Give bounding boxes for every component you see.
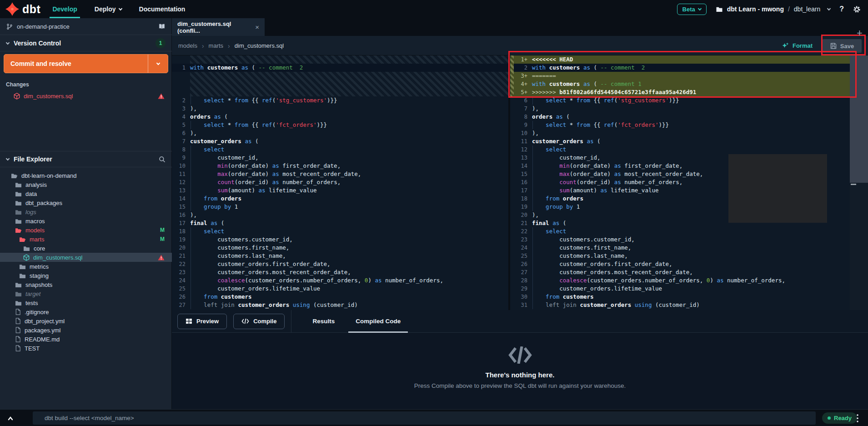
version-control-header[interactable]: Version Control 1 [0, 35, 172, 51]
tree-item-dim-customers-sql[interactable]: dim_customers.sql [0, 253, 172, 262]
tree-item-macros[interactable]: macros [0, 216, 172, 226]
code-line[interactable]: 26 customer_orders.first_order_date, [510, 260, 868, 268]
compile-button[interactable]: Compile [233, 314, 285, 329]
code-line[interactable]: 21 customers.last_name, [172, 252, 508, 260]
code-line[interactable]: 3+======= [510, 72, 868, 80]
code-line[interactable]: 31 left join customer_orders using (cust… [510, 301, 868, 309]
code-line[interactable]: 3), [172, 105, 508, 113]
scrollbar-thumb[interactable] [850, 55, 868, 183]
new-tab-button[interactable]: + [857, 28, 863, 38]
tree-item-packages-yml[interactable]: packages.yml [0, 326, 172, 335]
tree-item-dbt-project-yml[interactable]: dbt_project.yml [0, 316, 172, 326]
code-line[interactable]: 22 customer_orders.first_order_date, [172, 260, 508, 268]
tree-item--gitignore[interactable]: .gitignore [0, 307, 172, 316]
tree-item-dbt-learn-on-demand[interactable]: dbt-learn-on-demand [0, 171, 172, 180]
expand-command-panel-button[interactable] [0, 410, 21, 426]
tree-item-core[interactable]: core [0, 244, 172, 253]
code-line[interactable]: 1with customers as ( -- comment 2 [172, 64, 508, 72]
changed-file-item[interactable]: dim_customers.sql [0, 90, 172, 101]
tab-compiled-code[interactable]: Compiled Code [356, 310, 401, 333]
code-line[interactable]: 7customer_orders as ( [172, 137, 508, 145]
search-icon[interactable] [159, 156, 166, 163]
code-line[interactable]: 19 customers.customer_id, [172, 236, 508, 244]
code-line[interactable]: 22 select [510, 227, 868, 236]
help-button[interactable]: ? [839, 5, 844, 13]
code-line[interactable]: 24 coalesce(customer_orders.number_of_or… [172, 276, 508, 285]
code-line[interactable]: 18 select [172, 227, 508, 236]
gear-icon[interactable] [853, 5, 861, 13]
code-line[interactable]: 23 customer_orders.most_recent_order_dat… [172, 268, 508, 276]
commit-and-resolve-button[interactable]: Commit and resolve [4, 54, 168, 73]
tree-item-analysis[interactable]: analysis [0, 180, 172, 189]
scrollbar[interactable] [850, 55, 868, 310]
code-line[interactable]: 16), [172, 211, 508, 219]
code-line[interactable]: 6 select * from {{ ref('stg_customers')}… [510, 96, 868, 105]
save-button[interactable]: Save [823, 39, 862, 53]
code-line[interactable]: 11customer_orders as ( [510, 137, 868, 145]
tree-item-tests[interactable]: tests [0, 298, 172, 307]
branch-selector[interactable]: on-demand-practice [0, 18, 172, 35]
code-line[interactable]: 4+with customers as ( -- comment 1 [510, 80, 868, 88]
tree-item-staging[interactable]: staging [0, 271, 172, 280]
code-line[interactable]: 10 min(order_date) as first_order_date, [172, 162, 508, 170]
code-line[interactable]: 15 group by 1 [172, 203, 508, 211]
code-line[interactable]: 11 max(order_date) as most_recent_order_… [172, 170, 508, 178]
breadcrumb-models[interactable]: models [178, 42, 197, 49]
code-line[interactable]: 24 customers.first_name, [510, 244, 868, 252]
beta-button[interactable]: Beta [677, 4, 707, 15]
tree-item-dbt-packages[interactable]: dbt_packages [0, 198, 172, 207]
tree-item-target[interactable]: target [0, 289, 172, 298]
code-line[interactable]: 5+>>>>>>> b81f802a66fd544504c65721e3ffaa… [510, 88, 868, 96]
breadcrumb-marts[interactable]: marts [209, 42, 224, 49]
code-line[interactable]: 6), [172, 129, 508, 137]
editor-pane-left[interactable]: 1with customers as ( -- comment 22 selec… [172, 55, 508, 310]
tree-item-models[interactable]: modelsM [0, 226, 172, 235]
code-line[interactable]: 8 select [172, 145, 508, 154]
code-line[interactable]: 13 sum(amount) as lifetime_value [172, 186, 508, 195]
code-line[interactable]: 10), [510, 129, 868, 137]
tree-item-marts[interactable]: martsM [0, 235, 172, 244]
tree-item-data[interactable]: data [0, 189, 172, 198]
nav-documentation[interactable]: Documentation [139, 0, 186, 18]
code-line[interactable]: 28 coalesce(customer_orders.number_of_or… [510, 276, 868, 285]
code-line[interactable]: 27 customer_orders.most_recent_order_dat… [510, 268, 868, 276]
code-line[interactable]: 25 customers.last_name, [510, 252, 868, 260]
kebab-menu-icon[interactable] [856, 414, 859, 423]
code-line[interactable]: 25 customer_orders.lifetime_value [172, 285, 508, 293]
code-line[interactable]: 2 select * from {{ ref('stg_customers')}… [172, 96, 508, 105]
code-line[interactable]: 26 from customers [172, 293, 508, 301]
code-line[interactable]: 4orders as ( [172, 113, 508, 121]
code-line[interactable]: 5 select * from {{ ref('fct_orders')}} [172, 121, 508, 129]
code-line[interactable]: 23 customers.customer_id, [510, 236, 868, 244]
code-line[interactable]: 17final as ( [172, 219, 508, 227]
tab-dim-customers[interactable]: dim_customers.sql (confli... × [172, 18, 265, 36]
tree-item-logs[interactable]: logs [0, 207, 172, 216]
code-line[interactable]: 27 left join customer_orders using (cust… [172, 301, 508, 309]
code-line[interactable]: 20 customers.first_name, [172, 244, 508, 252]
tree-item-readme-md[interactable]: README.md [0, 335, 172, 344]
code-line[interactable]: 1+<<<<<<< HEAD [510, 55, 868, 64]
code-line[interactable]: 9 select * from {{ ref('fct_orders')}} [510, 121, 868, 129]
code-line[interactable]: 12 select [510, 145, 868, 154]
command-input[interactable] [33, 411, 816, 425]
preview-button[interactable]: Preview [177, 314, 227, 329]
code-line[interactable]: 7), [510, 105, 868, 113]
code-line[interactable]: 12 count(order_id) as number_of_orders, [172, 178, 508, 186]
docs-book-icon[interactable] [158, 23, 166, 30]
tree-item-snapshots[interactable]: snapshots [0, 280, 172, 289]
tree-item-test[interactable]: TEST [0, 344, 172, 353]
close-tab-icon[interactable]: × [255, 23, 259, 31]
code-line[interactable]: 9 customer_id, [172, 154, 508, 162]
file-explorer-header[interactable]: File Explorer [0, 151, 172, 167]
code-line[interactable]: 14 from orders [172, 195, 508, 203]
nav-deploy[interactable]: Deploy [95, 0, 122, 18]
account-switcher[interactable]: dbt Learn - mwong / dbt_learn [716, 5, 831, 13]
tab-results[interactable]: Results [312, 310, 335, 333]
format-button[interactable]: Format [782, 36, 813, 55]
nav-develop[interactable]: Develop [52, 0, 77, 18]
code-line[interactable]: 8orders as ( [510, 113, 868, 121]
code-line[interactable]: 29 customer_orders.lifetime_value [510, 285, 868, 293]
code-line[interactable]: 2with customers as ( -- comment 2 [510, 64, 868, 72]
code-line[interactable]: 30 from customers [510, 293, 868, 301]
commit-dropdown-button[interactable] [148, 55, 168, 73]
